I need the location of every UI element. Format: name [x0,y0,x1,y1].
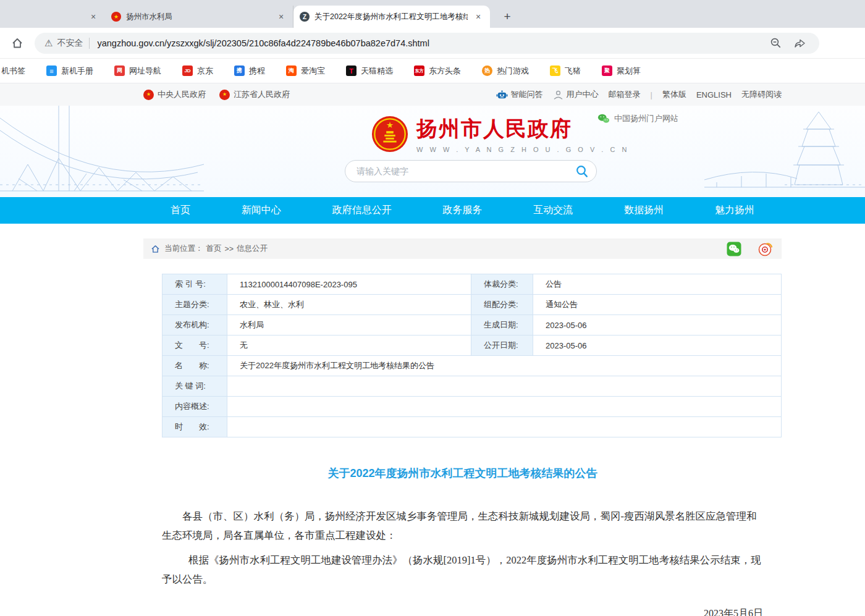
nav-charm-yangzhou[interactable]: 魅力扬州 [715,204,754,217]
table-row: 文 号: 无 公开日期: 2023-05-06 [162,335,782,356]
svg-text:★: ★ [386,120,394,130]
bookmarks-bar: 机书签 ≡新机手册 网网址导航 JD京东 携携程 淘爱淘宝 T天猫精选 东方东方… [0,59,865,83]
link-central-gov[interactable]: 中央人民政府 [143,89,206,100]
url-text[interactable]: yangzhou.gov.cn/yzszxxgk/slj/202305/210c… [97,38,429,48]
wechat-portal-badge[interactable]: 中国扬州门户网站 [597,113,678,124]
bookmark-jd[interactable]: JD京东 [182,65,213,77]
nav-gov-services[interactable]: 政务服务 [442,204,482,217]
site-banner: ★ 扬州市人民政府 W W W . Y A N G Z H O U . G O … [0,106,865,197]
bookmark-label: 网址导航 [129,65,161,77]
accessibility-link[interactable]: 无障碍阅读 [741,89,782,100]
breadcrumb-prefix: 当前位置： [164,243,203,254]
search-input[interactable] [357,166,572,176]
article-paragraph: 各县（市、区）水利（务）局，扬州经济开发区城乡事务管理局，生态科技新城规划建设局… [162,507,763,546]
meta-label: 主题分类: [162,295,227,315]
search-button[interactable] [572,162,593,180]
site-logo[interactable]: ★ 扬州市人民政府 W W W . Y A N G Z H O U . G O … [371,115,629,153]
user-center-link[interactable]: 用户中心 [553,89,599,100]
breadcrumb: 当前位置： 首页 >> 信息公开 [143,238,782,259]
wechat-share-icon[interactable] [727,242,741,256]
english-version-link[interactable]: ENGLISH [696,90,732,99]
site-search[interactable] [345,160,597,182]
english-label: ENGLISH [696,90,732,99]
manual-icon: ≡ [46,65,57,76]
jd-icon: JD [182,65,193,76]
breadcrumb-separator: >> [225,245,234,253]
site-url-text: W W W . Y A N G Z H O U . G O V . C N [416,146,629,153]
meta-value-keywords [227,376,782,397]
user-center-label: 用户中心 [567,89,599,100]
breadcrumb-home[interactable]: 首页 [206,243,222,254]
bookmark-remen-youxi[interactable]: 热热门游戏 [482,65,529,77]
games-icon: 热 [482,65,492,76]
address-bar[interactable]: ⚠ 不安全 yangzhou.gov.cn/yzszxxgk/slj/20230… [35,33,819,54]
bookmark-fliggy[interactable]: 飞飞猪 [550,65,581,77]
nav-info-disclosure[interactable]: 政府信息公开 [332,204,392,217]
bookmark-label: 天猫精选 [361,65,393,77]
bookmark-dongfang-toutiao[interactable]: 东方东方头条 [414,65,461,77]
nav-site-icon: 网 [114,65,125,76]
smart-qa-label: 智能问答 [511,89,543,100]
tab-close-icon[interactable]: × [473,11,484,22]
taobao-icon: 淘 [286,65,297,76]
table-row: 索 引 号: 11321000014407098E-2023-095 体裁分类:… [162,274,782,295]
new-tab-button[interactable]: + [499,8,516,25]
juhuasuan-icon: 聚 [602,65,612,76]
meta-label: 公开日期: [471,335,533,356]
nav-data-yangzhou[interactable]: 数据扬州 [624,204,664,217]
browser-tab-bar: × 扬州市水利局 × Z 关于2022年度扬州市水利工程文明工地考核结果的公 ×… [0,0,865,28]
smart-qa-link[interactable]: 智能问答 [496,89,543,100]
tab-active-announcement[interactable]: Z 关于2022年度扬州市水利工程文明工地考核结果的公 × [293,6,490,28]
article-paragraph: 根据《扬州市水利工程文明工地建设管理办法》（扬水规[2019]1号），2022年… [162,551,763,589]
nav-interaction[interactable]: 互动交流 [533,204,573,217]
gov-link-label: 江苏省人民政府 [234,89,290,100]
home-icon [11,37,23,49]
link-jiangsu-gov[interactable]: 江苏省人民政府 [219,89,290,100]
browser-toolbar: ⚠ 不安全 yangzhou.gov.cn/yzszxxgk/slj/20230… [0,28,865,59]
meta-value-agency: 水利局 [227,315,471,335]
bookmark-wangzhi-daohang[interactable]: 网网址导航 [114,65,161,77]
meta-label: 生成日期: [471,315,533,335]
traditional-version-link[interactable]: 繁体版 [662,89,686,100]
meta-value-summary [227,397,782,417]
meta-label: 索 引 号: [162,274,227,295]
bookmark-ctrip[interactable]: 携携程 [234,65,265,77]
breadcrumb-home-icon [151,245,160,253]
share-button[interactable] [792,36,807,51]
document-meta-table: 索 引 号: 11321000014407098E-2023-095 体裁分类:… [162,274,782,437]
tab-close-icon[interactable]: × [88,11,99,22]
meta-value-doc-number: 无 [227,335,471,356]
nav-news-center[interactable]: 新闻中心 [242,204,281,217]
bookmark-jishuqian[interactable]: 机书签 [1,65,25,77]
bookmark-label: 机书签 [1,65,25,77]
warning-icon: ⚠ [44,38,53,49]
article: 关于2022年度扬州市水利工程文明工地考核结果的公告 各县（市、区）水利（务）局… [143,466,782,616]
tab-shuiliju[interactable]: 扬州市水利局 × [105,6,293,28]
tab-partial[interactable]: × [0,6,105,28]
tab-title: 扬州市水利局 [126,12,271,22]
bookmark-label: 聚划算 [617,65,641,77]
traditional-label: 繁体版 [662,89,686,100]
breadcrumb-current[interactable]: 信息公开 [237,243,268,254]
tab-close-icon[interactable]: × [276,11,287,22]
ctrip-icon: 携 [234,65,245,76]
mail-login-link[interactable]: 邮箱登录 [609,89,641,100]
bookmark-aitaobao[interactable]: 淘爱淘宝 [286,65,325,77]
mail-login-label: 邮箱登录 [609,89,641,100]
weibo-share-icon[interactable] [757,242,773,256]
table-row: 主题分类: 农业、林业、水利 组配分类: 通知公告 [162,295,782,315]
bookmark-tmall[interactable]: T天猫精选 [346,65,393,77]
address-separator [89,38,90,49]
tmall-icon: T [346,65,357,76]
page-content: 当前位置： 首页 >> 信息公开 索 引 号: 1132100001440709… [143,238,782,616]
meta-label: 关 键 词: [162,376,227,397]
bookmark-juhuasuan[interactable]: 聚聚划算 [602,65,641,77]
home-button[interactable] [9,35,26,52]
security-label[interactable]: 不安全 [57,38,83,49]
meta-label: 时 效: [162,417,227,437]
bookmark-label: 爱淘宝 [301,65,325,77]
zoom-out-icon [770,37,782,49]
bookmark-xinji-shouce[interactable]: ≡新机手册 [46,65,93,77]
zoom-out-button[interactable] [769,36,783,51]
nav-home[interactable]: 首页 [171,204,190,217]
